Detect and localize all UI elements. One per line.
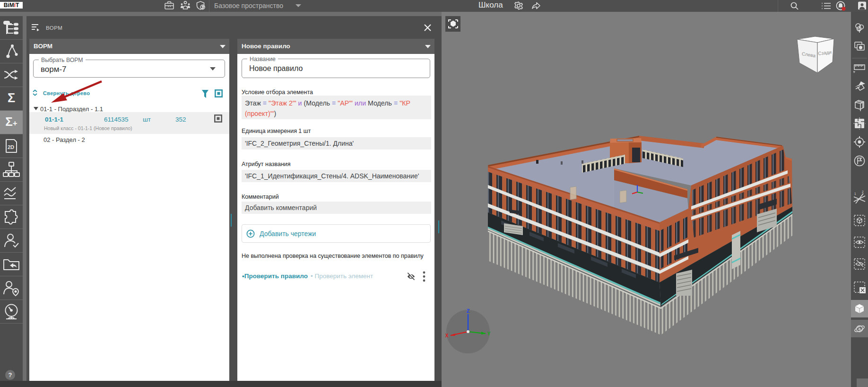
- svg-text:1: 1: [854, 192, 856, 195]
- svg-text:X: X: [445, 333, 449, 338]
- svg-text:2: 2: [862, 190, 864, 194]
- svg-text:2D: 2D: [8, 144, 14, 150]
- svg-text:Y: Y: [487, 331, 491, 336]
- svg-text:Z: Z: [467, 308, 470, 314]
